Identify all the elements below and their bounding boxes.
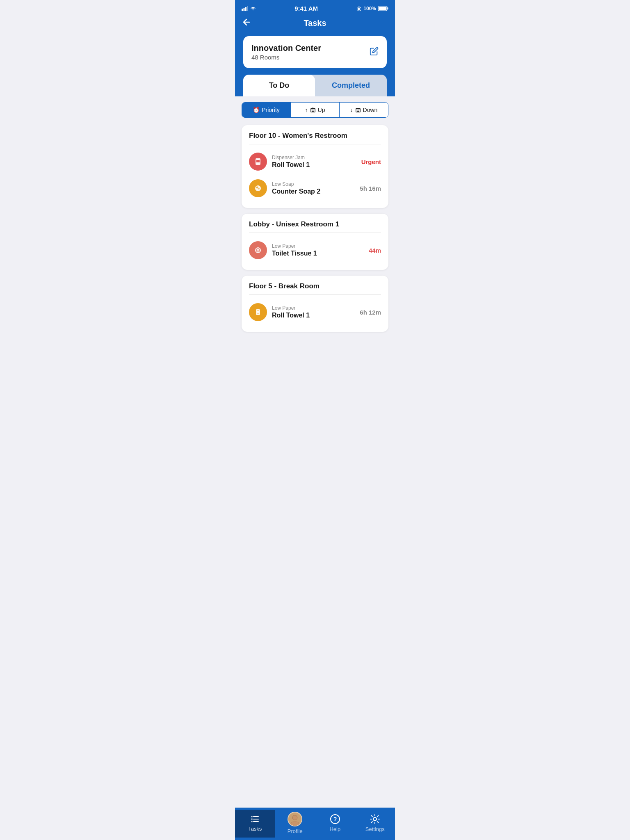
back-icon <box>242 17 251 27</box>
status-time: 9:41 AM <box>294 5 318 12</box>
sort-bar: ⏰ Priority ↑ Up ↓ Down <box>242 102 388 118</box>
page-title: Tasks <box>304 18 326 28</box>
task-card-group2: Lobby - Unisex Restroom 1 Low Paper Toil… <box>242 214 388 270</box>
task-item-2[interactable]: Low Soap Counter Soap 2 5h 16m <box>249 175 381 201</box>
svg-point-25 <box>257 189 258 190</box>
task-item-1[interactable]: Dispenser Jam Roll Towel 1 Urgent <box>249 148 381 175</box>
svg-point-21 <box>258 159 258 160</box>
soap-icon <box>253 183 263 193</box>
task-name-3: Toilet Tissue 1 <box>272 250 364 257</box>
location-rooms: 48 Rooms <box>251 54 321 61</box>
task-info-4: Low Paper Roll Towel 1 <box>272 305 355 319</box>
page-header: Tasks <box>235 15 395 36</box>
task-type-4: Low Paper <box>272 305 355 311</box>
back-button[interactable] <box>242 17 251 30</box>
sort-priority-label: Priority <box>262 107 280 113</box>
task-info-2: Low Soap Counter Soap 2 <box>272 181 355 195</box>
roll-towel-icon <box>253 307 263 317</box>
task-type-2: Low Soap <box>272 181 355 187</box>
location-section: Innovation Center 48 Rooms <box>235 36 395 68</box>
tab-todo[interactable]: To Do <box>243 75 315 96</box>
signal-icon <box>242 6 248 11</box>
tab-completed[interactable]: Completed <box>315 75 387 96</box>
svg-rect-0 <box>242 9 243 11</box>
task-type-1: Dispenser Jam <box>272 155 356 160</box>
content-area: ⏰ Priority ↑ Up ↓ Down <box>235 96 395 343</box>
group2-location: Lobby - Unisex Restroom 1 <box>249 220 381 233</box>
svg-rect-8 <box>311 110 312 110</box>
task-info-1: Dispenser Jam Roll Towel 1 <box>272 155 356 169</box>
svg-rect-10 <box>313 110 314 110</box>
dispenser-icon <box>253 157 263 167</box>
wifi-icon <box>250 6 256 11</box>
sort-up-label: Up <box>318 107 325 113</box>
status-signals <box>242 6 256 11</box>
tabs-wrapper: To Do Completed <box>235 68 395 96</box>
priority-icon: ⏰ <box>253 107 260 113</box>
task-icon-soap <box>249 179 267 197</box>
svg-rect-9 <box>313 110 313 110</box>
building-down-icon <box>355 107 361 113</box>
task-icon-rolltowel <box>249 303 267 321</box>
svg-point-24 <box>258 188 260 189</box>
svg-rect-6 <box>378 7 386 10</box>
location-info: Innovation Center 48 Rooms <box>251 43 321 61</box>
svg-rect-11 <box>312 111 314 112</box>
task-icon-dispenser <box>249 153 267 171</box>
svg-rect-13 <box>356 110 357 110</box>
task-item-4[interactable]: Low Paper Roll Towel 1 6h 12m <box>249 299 381 325</box>
edit-location-button[interactable] <box>370 47 379 58</box>
task-time-4: 6h 12m <box>360 309 381 316</box>
svg-rect-14 <box>358 110 358 110</box>
sort-up-button[interactable]: ↑ Up <box>291 103 340 117</box>
task-card-group1: Floor 10 - Women's Restroom Dispenser Ja… <box>242 125 388 208</box>
sort-up-icon: ↑ <box>305 107 308 113</box>
location-card: Innovation Center 48 Rooms <box>243 36 387 68</box>
task-name-2: Counter Soap 2 <box>272 188 355 195</box>
task-time-3: 44m <box>369 247 381 254</box>
task-time-2: 5h 16m <box>360 185 381 192</box>
task-icon-tissue <box>249 241 267 259</box>
group3-location: Floor 5 - Break Room <box>249 282 381 295</box>
sort-down-button[interactable]: ↓ Down <box>340 103 388 117</box>
task-name-1: Roll Towel 1 <box>272 161 356 169</box>
svg-rect-3 <box>247 6 249 11</box>
svg-rect-15 <box>358 110 359 110</box>
task-type-3: Low Paper <box>272 243 364 249</box>
svg-rect-1 <box>244 8 245 11</box>
task-time-1: Urgent <box>361 158 381 165</box>
sort-down-icon: ↓ <box>350 107 353 113</box>
task-item-3[interactable]: Low Paper Toilet Tissue 1 44m <box>249 237 381 263</box>
sort-priority-button[interactable]: ⏰ Priority <box>242 103 291 117</box>
tissue-icon <box>253 245 263 255</box>
sort-down-label: Down <box>363 107 378 113</box>
task-name-4: Roll Towel 1 <box>272 312 355 319</box>
edit-icon <box>370 47 379 56</box>
svg-point-22 <box>255 185 261 191</box>
task-info-3: Low Paper Toilet Tissue 1 <box>272 243 364 257</box>
status-battery-area: 100% <box>356 6 388 11</box>
location-name: Innovation Center <box>251 43 321 53</box>
svg-rect-16 <box>357 111 359 112</box>
svg-point-23 <box>256 187 258 189</box>
task-card-group3: Floor 5 - Break Room Low Paper Roll Towe… <box>242 276 388 332</box>
tab-bar: To Do Completed <box>243 75 387 96</box>
group1-location: Floor 10 - Women's Restroom <box>249 132 381 144</box>
battery-icon <box>378 6 388 11</box>
building-up-icon <box>310 107 316 113</box>
bluetooth-icon <box>356 6 362 11</box>
battery-percent: 100% <box>363 6 376 11</box>
svg-rect-2 <box>245 7 247 11</box>
status-bar: 9:41 AM 100% <box>235 0 395 15</box>
svg-rect-5 <box>387 7 388 9</box>
